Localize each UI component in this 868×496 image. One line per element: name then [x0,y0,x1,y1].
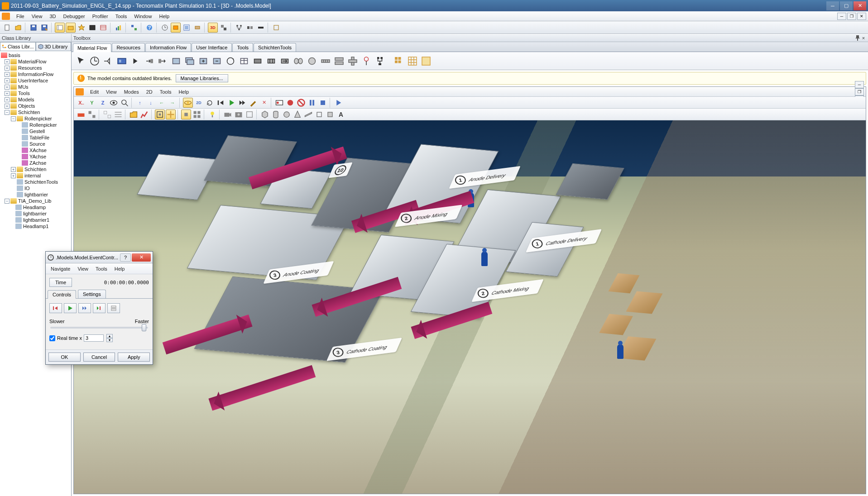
pointer-tool[interactable] [75,55,87,67]
tree-rollenpicker[interactable]: −Rollenpicker [1,115,71,122]
fast-forward-button[interactable] [237,98,247,108]
list-button[interactable] [107,303,120,313]
favorites-button[interactable] [77,23,86,33]
grid-1-tool[interactable] [393,55,405,67]
play2-button[interactable] [333,98,343,108]
turntable-tool[interactable] [306,55,318,67]
close-button[interactable]: ✕ [854,1,866,10]
expand-icon[interactable]: + [5,91,10,96]
eye-button[interactable] [109,98,119,108]
cylinder-button[interactable] [271,110,281,119]
tree-item[interactable]: XAchse [1,147,71,153]
toolbox-button[interactable] [66,23,76,33]
3d-menu-edit[interactable]: Edit [86,88,102,95]
tab-3d-library[interactable]: 3D Library [36,42,72,51]
placebuffer-tool[interactable] [265,55,277,67]
animate-button[interactable] [171,23,181,33]
help-button[interactable]: ? [144,23,154,33]
fast-button[interactable] [93,303,106,313]
record-button[interactable] [285,98,295,108]
sorter-tool[interactable] [279,55,291,67]
menu-profiler[interactable]: Profiler [89,13,112,20]
event-controller-tool[interactable] [89,55,101,67]
camera-button[interactable] [223,110,233,119]
expand-icon[interactable]: + [5,104,10,109]
tree-item[interactable]: YAchse [1,153,71,160]
singleproc-tool[interactable] [170,55,182,67]
tree-schichten-2[interactable]: +Schichten [1,166,71,172]
3d-menu-2d[interactable]: 2D [143,88,156,95]
statistics-button[interactable] [139,110,149,119]
path-button[interactable] [325,110,335,119]
maximize-button[interactable]: ▢ [840,1,853,10]
3d-menu-modes[interactable]: Modes [120,88,143,95]
3d-menu-view[interactable]: View [102,88,120,95]
tree-folder[interactable]: +Models [1,96,71,103]
transfer-button[interactable] [245,23,255,33]
collapse-icon[interactable]: − [5,110,10,115]
skip-start-button[interactable] [216,98,225,108]
axis-y-button[interactable]: Y [87,98,97,108]
3d-menu-tools[interactable]: Tools [156,88,175,95]
menu-3d[interactable]: 3D [46,13,59,20]
dialog-titlebar[interactable]: .Models.Model.EventContr... ? ✕ [46,252,153,263]
menu-tools[interactable]: Tools [112,13,131,20]
drain-tool[interactable] [157,55,168,67]
assembly-tool[interactable] [197,55,209,67]
expand-icon[interactable]: + [5,59,10,64]
dialog-menu-navigate[interactable]: Navigate [47,265,74,272]
mdi-restore-button[interactable]: ❐ [847,13,856,20]
group-button[interactable] [87,110,97,119]
plane-button[interactable] [303,110,313,119]
cycle-tool[interactable] [225,55,236,67]
tree-item[interactable]: Headlamp1 [1,223,71,229]
minimize-button[interactable]: ─ [826,1,839,10]
modules-button[interactable] [129,23,139,33]
tree-folder[interactable]: +InformationFlow [1,71,71,77]
snap-button[interactable] [102,110,112,119]
tree-schichtentools[interactable]: SchichtenTools [1,179,71,185]
dialog-menu-view[interactable]: View [74,265,92,272]
spin-down[interactable]: ▼ [106,338,113,342]
tree-folder[interactable]: +MaterialFlow [1,58,71,65]
brush-button[interactable] [248,98,258,108]
network-button[interactable] [256,23,266,33]
slider-thumb[interactable] [142,324,146,331]
zoom-button[interactable] [120,98,129,108]
tree-item[interactable]: ZAchse [1,160,71,166]
3d-mdi-minimize[interactable]: ─ [855,81,864,88]
switch-view-button[interactable] [219,23,229,33]
orbit-button[interactable] [183,98,193,108]
tree-schichten[interactable]: −Schichten [1,109,71,115]
console-button[interactable] [87,23,97,33]
scene-button[interactable] [76,110,86,119]
time-button[interactable]: Time [49,278,72,287]
axis-z-button[interactable]: Z [98,98,108,108]
collapse-icon[interactable]: − [11,116,16,121]
tab-controls[interactable]: Controls [48,290,76,299]
extrude-button[interactable] [314,110,324,119]
selection-button[interactable] [155,110,165,119]
parallelproc-tool[interactable] [184,55,196,67]
down-button[interactable]: ↓ [146,98,156,108]
menu-view[interactable]: View [28,13,46,20]
frame-tool[interactable] [116,55,128,67]
interface-tool[interactable] [129,55,141,67]
expand-icon[interactable]: + [5,97,10,102]
expand-icon[interactable]: + [5,85,10,90]
delete-button[interactable]: ✕ [259,98,269,108]
expand-icon[interactable]: + [5,72,10,77]
tree-io[interactable]: IO [1,185,71,191]
breakpoint-button[interactable] [274,98,284,108]
tree-item[interactable]: Rollenpicker [1,122,71,128]
dialog-close-button[interactable]: ✕ [132,253,151,262]
expand-icon[interactable]: + [5,66,10,71]
hierarchy-button[interactable] [234,23,244,33]
tree-lightbarrier[interactable]: lightbarrier [1,191,71,198]
ok-button[interactable]: OK [48,353,81,362]
cancel-button[interactable]: Cancel [83,353,115,362]
tree-item[interactable]: Headlamp [1,204,71,210]
speed-slider[interactable] [50,327,148,329]
menu-debugger[interactable]: Debugger [59,13,88,20]
tab-user-interface[interactable]: User Interface [192,43,232,52]
